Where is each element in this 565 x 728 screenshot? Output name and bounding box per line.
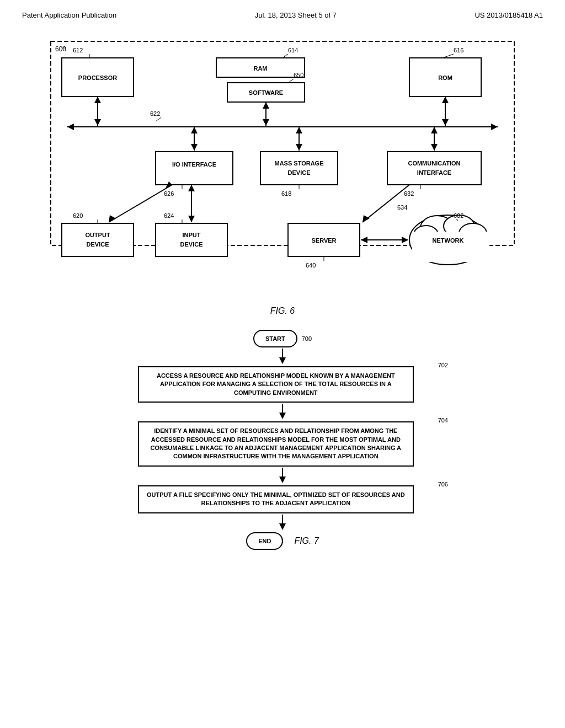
step-704-box: IDENTIFY A MINIMAL SET OF RESOURCES AND … [138,421,414,467]
svg-text:NETWORK: NETWORK [433,237,464,244]
svg-text:INPUT: INPUT [183,232,201,238]
svg-marker-20 [67,124,74,130]
step-706-box: OUTPUT A FILE SPECIFYING ONLY THE MINIMA… [138,485,414,513]
svg-text:SOFTWARE: SOFTWARE [249,89,283,96]
svg-marker-89 [361,237,367,243]
arrow-4 [277,515,288,531]
svg-text:614: 614 [288,47,298,53]
fig7-flowchart: START 700 ACCESS A RESOURCE AND RELATION… [117,330,448,550]
svg-marker-39 [191,127,198,133]
svg-text:650: 650 [294,72,303,78]
svg-marker-31 [442,119,449,126]
ref-700: 700 [302,335,312,342]
svg-text:OUTPUT: OUTPUT [85,232,110,238]
svg-text:DEVICE: DEVICE [180,241,203,248]
header-left: Patent Application Publication [22,11,116,19]
svg-text:I/O INTERFACE: I/O INTERFACE [172,161,216,168]
svg-text:PROCESSOR: PROCESSOR [78,74,117,81]
arrow-2 [277,404,288,420]
svg-marker-92 [279,357,286,364]
svg-marker-70 [188,216,195,222]
svg-marker-90 [402,237,408,243]
svg-marker-25 [94,119,101,126]
svg-text:632: 632 [404,190,414,197]
svg-marker-55 [431,127,438,133]
svg-text:MASS STORAGE: MASS STORAGE [274,160,323,167]
fig7-caption: FIG. 7 [294,536,318,546]
svg-line-22 [156,117,161,121]
svg-marker-98 [279,523,286,530]
ref-704: 704 [438,417,448,424]
svg-marker-29 [263,102,269,109]
svg-rect-40 [260,152,338,185]
start-oval: START [253,330,297,347]
svg-marker-47 [296,127,302,133]
svg-rect-61 [156,223,227,256]
step-702-box: ACCESS A RESOURCE AND RELATIONSHIP MODEL… [138,366,414,403]
page: Patent Application Publication Jul. 18, … [0,0,565,728]
svg-text:622: 622 [150,110,160,117]
svg-marker-46 [296,144,302,151]
arrow-1 [277,349,288,365]
svg-line-76 [363,185,409,222]
end-oval: END [246,532,283,550]
svg-text:COMMUNICATION: COMMUNICATION [408,160,460,167]
svg-marker-28 [263,119,269,126]
svg-text:624: 624 [164,212,174,219]
svg-text:626: 626 [164,190,174,197]
svg-text:DEVICE: DEVICE [288,169,311,176]
svg-marker-21 [491,124,498,130]
header-right: US 2013/0185418 A1 [475,11,543,19]
svg-text:SERVER: SERVER [311,237,336,244]
svg-marker-26 [94,97,101,103]
svg-rect-48 [387,152,481,185]
svg-rect-33 [156,152,233,185]
flowchart-start-row: START 700 [117,330,448,347]
ref-706: 706 [438,481,448,488]
svg-marker-54 [431,144,438,151]
svg-marker-77 [363,215,370,222]
svg-marker-32 [442,97,449,103]
svg-rect-84 [412,232,489,262]
svg-rect-56 [62,223,134,256]
svg-text:INTERFACE: INTERFACE [417,169,451,176]
ref-702: 702 [438,362,448,368]
svg-text:618: 618 [281,190,291,197]
svg-marker-96 [279,477,286,483]
svg-marker-38 [191,144,198,151]
svg-text:600: 600 [55,45,66,53]
header-center: Jul. 18, 2013 Sheet 5 of 7 [255,11,337,19]
svg-text:620: 620 [73,212,83,219]
svg-text:RAM: RAM [253,65,267,72]
svg-text:ROM: ROM [438,74,452,81]
svg-text:634: 634 [397,204,407,211]
svg-text:DEVICE: DEVICE [87,241,109,248]
svg-marker-67 [109,215,116,222]
svg-line-9 [282,54,288,58]
fig6-diagram: 600 PROCESSOR 612 RAM 614 SOFTWARE 650 R… [22,36,543,301]
svg-text:640: 640 [306,262,316,269]
svg-line-13 [288,79,294,83]
fig6-caption: FIG. 6 [22,306,543,316]
svg-marker-71 [188,185,195,191]
svg-text:616: 616 [454,47,463,53]
svg-text:612: 612 [73,47,83,53]
arrow-3 [277,468,288,484]
svg-line-17 [443,54,454,58]
svg-text:602: 602 [454,212,463,219]
svg-marker-94 [279,413,286,419]
page-header: Patent Application Publication Jul. 18, … [22,11,543,19]
svg-line-66 [109,185,172,222]
